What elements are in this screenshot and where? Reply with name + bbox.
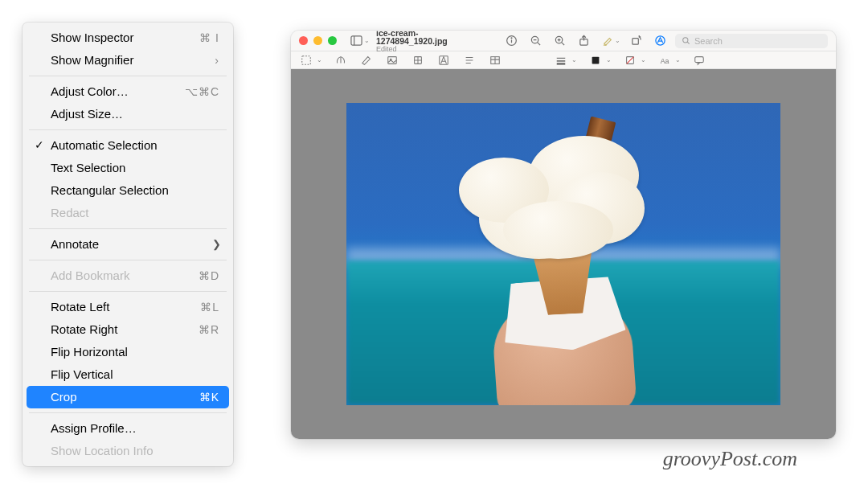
menu-label: Show Magnifier: [51, 51, 215, 69]
markup-toolbar: ⌄ ⌄ ⌄ ⌄: [291, 51, 836, 69]
search-field[interactable]: Search: [675, 34, 828, 48]
menu-separator: [29, 129, 227, 130]
menu-shortcut: ›: [215, 51, 219, 69]
menu-item-automatic-selection[interactable]: ✓ Automatic Selection: [27, 134, 229, 157]
svg-line-9: [561, 43, 563, 45]
chevron-right-icon: ❯: [212, 236, 221, 253]
annotate-text-icon[interactable]: [436, 54, 451, 67]
share-icon[interactable]: [575, 34, 592, 48]
menu-shortcut: ⌘R: [199, 321, 219, 338]
menu-label: Automatic Selection: [51, 137, 219, 154]
align-icon[interactable]: [462, 54, 477, 67]
search-icon: [682, 36, 690, 45]
menu-label: Adjust Color…: [51, 83, 185, 100]
svg-line-18: [687, 42, 689, 43]
svg-text:Aa: Aa: [661, 56, 669, 64]
svg-rect-36: [592, 56, 600, 64]
chevron-down-icon[interactable]: ⌄: [571, 56, 577, 64]
chevron-down-icon[interactable]: ⌄: [364, 37, 370, 44]
menu-label: Flip Vertical: [51, 366, 219, 383]
chevron-down-icon[interactable]: ⌄: [606, 56, 612, 64]
menu-item-text-selection[interactable]: Text Selection: [27, 157, 229, 179]
menu-label: Add Bookmark: [51, 267, 199, 285]
zoom-in-icon[interactable]: [551, 34, 568, 48]
menu-item-adjust-color[interactable]: Adjust Color… ⌥⌘C: [27, 80, 229, 103]
menu-item-show-inspector[interactable]: Show Inspector ⌘ I: [27, 27, 229, 49]
markup-icon[interactable]: [651, 34, 669, 48]
line-style-icon[interactable]: [554, 54, 568, 67]
svg-line-6: [537, 43, 539, 45]
menu-shortcut: ⌘ I: [199, 29, 219, 47]
chevron-down-icon[interactable]: ⌄: [675, 56, 681, 64]
menu-item-show-location-info: Show Location Info: [27, 440, 229, 462]
menu-shortcut: ⌘K: [199, 388, 219, 406]
menu-item-show-magnifier[interactable]: Show Magnifier ›: [27, 49, 229, 72]
search-placeholder: Search: [694, 36, 723, 46]
menu-item-redact: Redact: [27, 202, 229, 224]
menu-item-rectangular-selection[interactable]: Rectangular Selection: [27, 179, 229, 202]
chevron-down-icon[interactable]: ⌄: [641, 56, 646, 64]
menu-label: Flip Horizontal: [51, 343, 219, 361]
menu-label: Annotate: [51, 236, 219, 253]
tools-menu: Show Inspector ⌘ I Show Magnifier › Adju…: [23, 23, 233, 466]
menu-item-annotate[interactable]: Annotate ❯: [27, 233, 229, 256]
menu-shortcut: ⌘L: [200, 298, 219, 316]
preview-window: ⌄ ice-cream-1274894_1920.jpg Edited ⌄: [291, 31, 836, 439]
menu-shortcut: ⌥⌘C: [185, 83, 219, 100]
lasso-icon[interactable]: [359, 54, 374, 67]
menu-label: Rotate Right: [51, 321, 199, 338]
window-controls: [299, 36, 337, 45]
highlighter-icon[interactable]: [599, 34, 616, 48]
filename: ice-cream-1274894_1920.jpg: [376, 31, 489, 46]
menu-item-rotate-right[interactable]: Rotate Right ⌘R: [27, 318, 229, 341]
minimize-window-button[interactable]: [313, 36, 322, 45]
close-window-button[interactable]: [299, 36, 308, 45]
fullscreen-window-button[interactable]: [328, 36, 337, 45]
instant-alpha-icon[interactable]: [334, 54, 348, 67]
svg-point-4: [511, 38, 512, 39]
menu-separator: [29, 291, 227, 292]
canvas[interactable]: [291, 69, 836, 439]
menu-item-flip-vertical[interactable]: Flip Vertical: [27, 363, 229, 386]
selection-icon[interactable]: [299, 54, 313, 67]
menu-label: Rectangular Selection: [51, 182, 219, 199]
menu-separator: [29, 228, 227, 229]
rotate-icon[interactable]: [627, 34, 645, 48]
menu-separator: [29, 260, 227, 260]
menu-item-assign-profile[interactable]: Assign Profile…: [27, 417, 229, 440]
info-icon[interactable]: [502, 34, 520, 48]
menu-item-flip-horizontal[interactable]: Flip Horizontal: [27, 341, 229, 363]
stroke-color-icon[interactable]: [623, 54, 637, 67]
toolbar-right: ⌄ Search: [502, 34, 828, 48]
menu-label: Rotate Left: [51, 298, 200, 316]
speech-bubble-icon[interactable]: [692, 54, 706, 67]
menu-label: Assign Profile…: [51, 420, 219, 437]
menu-item-rotate-left[interactable]: Rotate Left ⌘L: [27, 296, 229, 318]
svg-rect-15: [632, 39, 638, 45]
sidebar-toggle-icon[interactable]: [348, 34, 366, 48]
menu-label: Adjust Size…: [51, 105, 219, 123]
svg-rect-19: [302, 55, 311, 64]
menu-item-adjust-size[interactable]: Adjust Size…: [27, 103, 229, 125]
svg-rect-21: [388, 56, 397, 64]
menu-item-crop[interactable]: Crop ⌘K: [27, 386, 229, 408]
table-icon[interactable]: [488, 54, 502, 67]
svg-rect-40: [695, 56, 704, 62]
checkmark-icon: ✓: [35, 136, 44, 154]
menu-item-add-bookmark: Add Bookmark ⌘D: [27, 264, 229, 287]
chevron-down-icon[interactable]: ⌄: [317, 56, 322, 64]
svg-point-17: [683, 38, 688, 43]
crop-mask-icon[interactable]: [411, 54, 425, 67]
zoom-out-icon[interactable]: [526, 34, 544, 48]
menu-label: Text Selection: [51, 159, 219, 177]
menu-label: Crop: [51, 388, 199, 406]
text-style-icon[interactable]: Aa: [657, 54, 672, 67]
svg-rect-0: [351, 36, 362, 45]
chevron-down-icon[interactable]: ⌄: [615, 37, 620, 44]
title-block: ice-cream-1274894_1920.jpg Edited: [376, 31, 489, 53]
smart-lasso-icon[interactable]: [385, 54, 399, 67]
menu-label: Redact: [51, 204, 219, 222]
fill-color-icon[interactable]: [588, 54, 603, 67]
menu-separator: [29, 76, 227, 76]
watermark: groovyPost.com: [663, 447, 797, 471]
